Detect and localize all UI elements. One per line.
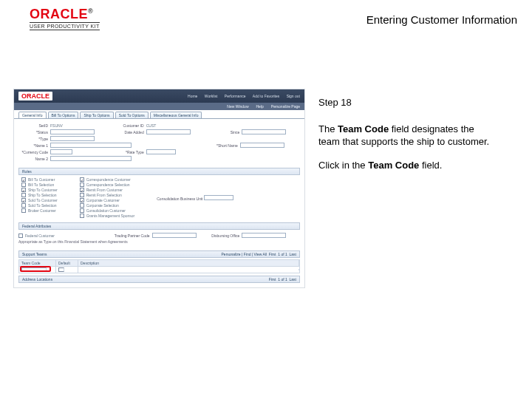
name1-field[interactable] [50,143,132,148]
support-first[interactable]: First [269,252,276,256]
tab-sold-to[interactable]: Sold To Options [115,112,149,118]
lbl-soldtosel: Sold To Selection [28,203,57,208]
status-field[interactable] [50,129,95,134]
addr-last[interactable]: Last [290,277,296,282]
page-header: ORACLE® USER PRODUCTIVITY KIT Entering C… [0,0,532,44]
lbl-grants: Grants Management Sponsor [86,214,135,218]
currency-field[interactable] [50,149,72,154]
chk-shipto[interactable] [21,188,26,192]
dateadded-label: Date Added [115,130,144,134]
p2-pre: Click in the [318,160,368,171]
link-new-window[interactable]: New Window [227,104,248,109]
col-teamcode: Team Code [19,260,56,266]
lbl-billtosel: Bill To Selection [28,183,54,187]
support-table: Team Code Default Description [18,259,300,273]
lbl-tpc: Trading Partner Code [115,233,150,238]
roles-header: Roles [18,168,300,175]
general-info-panel: SetIDFSUNV Customer IDCUST *Status Date … [14,119,304,166]
lbl-shipto: Ship To Customer [28,188,58,192]
lbl-corr: Correspondence Customer [86,177,131,182]
tab-general-info[interactable]: General Info [18,112,47,118]
support-last[interactable]: Last [290,252,296,256]
lbl-consol: Consolidation Customer [86,208,126,213]
roles-right: Correspondence Customer Correspondence S… [80,177,135,219]
addr-first[interactable]: First [269,277,276,282]
chk-corpsel[interactable] [80,203,84,208]
fedattrs-header: Federal Attributes [18,222,300,230]
consol-bu-label: Consolidation Business Unit [157,197,202,201]
name2-label: Name 2 [18,157,48,161]
status-label: *Status [18,130,48,134]
chk-billto[interactable] [21,177,26,182]
chk-billtosel[interactable] [21,183,26,187]
topnav-signout[interactable]: Sign out [287,94,300,98]
lbl-federal: Federal Customer [25,233,55,238]
brand-block: ORACLE® USER PRODUCTIVITY KIT [30,7,100,30]
disb-field[interactable] [242,233,286,238]
chk-federal[interactable] [18,233,23,238]
support-personalize[interactable]: Personalize | Find | View All [222,252,267,256]
highlight-team-code [20,266,51,272]
dateadded-field[interactable] [146,129,191,134]
support-header: Support Teams [22,252,47,256]
custid-label: Customer ID [115,123,144,128]
link-help[interactable]: Help [256,104,264,109]
type-field[interactable] [50,136,95,141]
chk-consol[interactable] [80,208,84,213]
setid-value: FSUNV [50,123,63,128]
since-label: Since [210,130,239,134]
p2-post: field. [419,160,442,171]
topnav-favorites[interactable]: Add to Favorites [253,94,279,98]
topnav-home[interactable]: Home [188,94,197,98]
lbl-disb: Disbursing Office [210,233,239,238]
oracle-logo: ORACLE® [30,7,100,21]
app-secondary-bar: New Window Help Personalize Page [14,103,304,110]
lbl-remit: Remit From Customer [86,188,123,192]
app-logo: ORACLE [18,92,52,100]
chk-shiptosel[interactable] [21,193,26,197]
topnav-performance[interactable]: Performance [225,94,246,98]
chk-corp[interactable] [80,198,84,202]
tab-ship-to[interactable]: Ship To Options [80,112,113,118]
chk-corr[interactable] [80,177,84,182]
desc-cell [78,269,299,270]
custid-value: CUST [146,123,157,128]
lbl-corp: Corporate Customer [86,198,120,202]
brand-text: ORACLE [30,7,88,21]
default-chk[interactable] [58,267,64,272]
chk-remitsel[interactable] [80,193,84,197]
p1-pre: The [318,123,338,134]
chk-grants[interactable] [80,214,84,218]
support-row [19,267,299,273]
form-tabs: General Info Bill To Options Ship To Opt… [14,110,304,119]
link-personalize[interactable]: Personalize Page [271,104,300,109]
chk-corrsel[interactable] [80,183,84,187]
name2-field[interactable] [50,156,132,161]
app-topbar: ORACLE Home Worklist Performance Add to … [14,89,304,103]
shortname-field[interactable] [240,143,284,148]
topnav-worklist[interactable]: Worklist [205,94,218,98]
shortname-label: *Short Name [208,143,238,148]
chk-broker[interactable] [21,208,26,213]
app-topnav: Home Worklist Performance Add to Favorit… [182,94,300,98]
consol-bu-field[interactable] [204,195,233,200]
addr-header: Address Locations [22,277,52,282]
setid-label: SetID [18,123,48,128]
col-default: Default [56,260,78,266]
lbl-broker: Broker Customer [28,208,56,213]
lbl-remitsel: Remit From Selection [86,193,122,197]
chk-soldtosel[interactable] [21,203,26,208]
chk-remit[interactable] [80,188,84,192]
type-label: *Type [18,137,48,141]
tab-misc[interactable]: Miscellaneous General Info [150,112,202,118]
app-screenshot: ORACLE Home Worklist Performance Add to … [13,89,305,288]
since-field[interactable] [242,129,286,134]
tpc-field[interactable] [152,233,197,238]
chk-soldto[interactable] [21,198,26,202]
instruction-para-1: The Team Code field designates the team … [318,123,497,149]
tab-bill-to[interactable]: Bill To Options [48,112,79,118]
roles-left: Bill To Customer Bill To Selection Ship … [21,177,58,219]
ratetype-field[interactable] [146,149,176,154]
lbl-soldto: Sold To Customer [28,198,58,202]
lesson-title: Entering Customer Information [366,7,517,26]
